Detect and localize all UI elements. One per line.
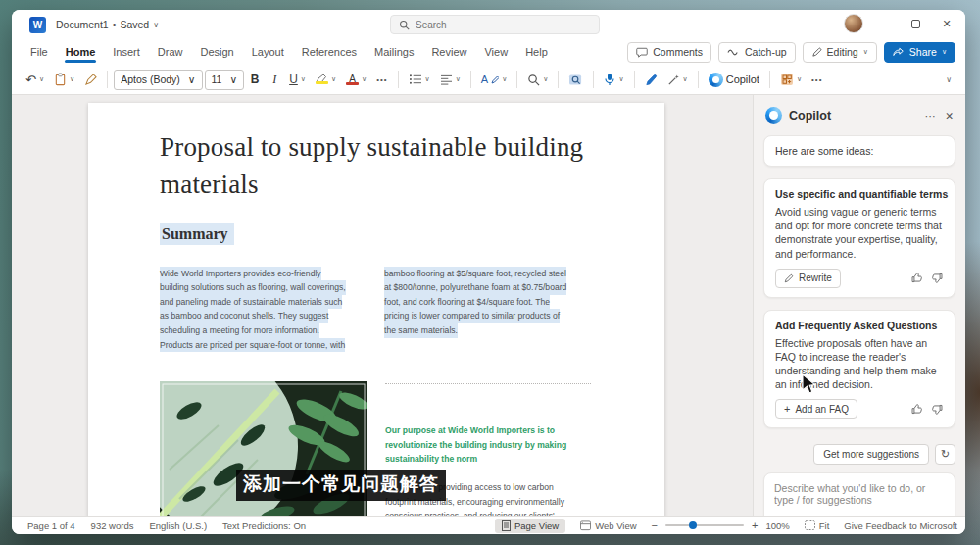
tab-home[interactable]: Home xyxy=(57,42,105,62)
zoom-out-button[interactable]: − xyxy=(652,520,658,531)
font-name-select[interactable]: Aptos (Body)∨ xyxy=(114,70,202,90)
copilot-prompt-input[interactable] xyxy=(774,482,945,516)
styles-icon: A xyxy=(481,74,488,85)
collapse-ribbon-button[interactable]: ∨ xyxy=(946,75,956,84)
doc-line: building solutions such as flooring, wal… xyxy=(160,280,346,295)
editor-button[interactable] xyxy=(641,69,662,90)
align-button[interactable]: ∨ xyxy=(436,69,465,90)
chevron-down-icon: ∨ xyxy=(70,75,74,83)
chevron-down-icon: ∨ xyxy=(863,48,868,56)
zoom-in-button[interactable]: + xyxy=(752,520,758,531)
document-title-menu[interactable]: Document1 • Saved ∨ xyxy=(56,19,159,30)
font-color-button[interactable]: A ∨ xyxy=(342,69,370,90)
format-painter-button[interactable] xyxy=(80,69,101,90)
paste-button[interactable]: ∨ xyxy=(50,69,78,90)
ribbon-tabs: File Home Insert Draw Design Layout Refe… xyxy=(12,39,965,65)
zoom-level[interactable]: 100% xyxy=(765,520,789,531)
close-button[interactable]: ✕ xyxy=(936,14,957,33)
pen-icon xyxy=(811,47,822,58)
thumbs-down-icon[interactable] xyxy=(931,403,944,416)
quick-toolbar: ↶∨ ∨ Aptos (Body)∨ 11∨ B I U∨ ∨ A ∨ xyxy=(12,65,965,95)
page-count[interactable]: Page 1 of 4 xyxy=(20,520,83,531)
zoom-slider[interactable] xyxy=(665,524,744,526)
tab-references[interactable]: References xyxy=(293,42,366,62)
italic-button[interactable]: I xyxy=(266,69,283,90)
zoom-slider-handle[interactable] xyxy=(689,521,697,529)
thumbs-up-icon[interactable] xyxy=(910,403,923,416)
divider xyxy=(107,71,108,88)
share-button[interactable]: Share ∨ xyxy=(884,42,956,63)
doc-line: foot, and cork flooring at $4/square foo… xyxy=(384,295,550,310)
rewrite-label: Rewrite xyxy=(799,272,832,283)
divider xyxy=(516,71,517,88)
feedback-link[interactable]: Give Feedback to Microsoft xyxy=(844,520,957,531)
maximize-button[interactable] xyxy=(905,14,926,33)
editing-mode-button[interactable]: Editing ∨ xyxy=(803,42,877,63)
thumbs-down-icon[interactable] xyxy=(931,272,944,284)
tab-layout[interactable]: Layout xyxy=(243,42,293,62)
text-predictions-indicator[interactable]: Text Predictions: On xyxy=(215,520,314,531)
page-view-button[interactable]: Page View xyxy=(495,519,565,533)
bold-button[interactable]: B xyxy=(246,69,264,90)
tab-review[interactable]: Review xyxy=(422,42,475,62)
rewrite-button[interactable]: Rewrite xyxy=(775,269,841,288)
more-commands-button[interactable]: ••• xyxy=(808,69,826,90)
font-size-select[interactable]: 11∨ xyxy=(205,70,245,90)
autoformat-wand-button[interactable]: ∨ xyxy=(663,69,692,90)
copilot-panel: Copilot ⋯ ✕ Here are some ideas: Use spe… xyxy=(753,95,965,516)
catch-up-button[interactable]: Catch-up xyxy=(718,42,796,63)
addins-button[interactable]: ∨ xyxy=(776,69,806,90)
highlight-button[interactable]: ∨ xyxy=(312,69,340,90)
search-input[interactable] xyxy=(416,20,572,30)
underline-letter: U xyxy=(289,73,298,86)
dictate-button[interactable]: ∨ xyxy=(600,69,627,90)
panel-close-button[interactable]: ✕ xyxy=(945,110,954,122)
document-canvas: Proposal to supply sustainable building … xyxy=(12,95,753,516)
doc-line: bamboo flooring at $5/square foot, recyc… xyxy=(384,267,566,281)
web-view-button[interactable]: Web View xyxy=(573,519,643,533)
fit-button[interactable]: Fit xyxy=(798,519,837,533)
copilot-button[interactable]: Copilot xyxy=(705,69,763,90)
tab-insert[interactable]: Insert xyxy=(104,42,149,62)
text-column-left: Wide World Importers provides eco-friend… xyxy=(160,267,367,353)
tab-file[interactable]: File xyxy=(22,42,57,62)
comments-button[interactable]: Comments xyxy=(627,42,711,63)
get-more-suggestions-button[interactable]: Get more suggestions xyxy=(813,444,929,465)
tab-view[interactable]: View xyxy=(475,42,516,62)
document-page[interactable]: Proposal to supply sustainable building … xyxy=(88,103,664,516)
card-body: Avoid using vague or generic terms and o… xyxy=(775,205,944,261)
bullet-list-button[interactable]: ∨ xyxy=(405,69,434,90)
divider xyxy=(593,71,594,88)
tab-mailings[interactable]: Mailings xyxy=(366,42,422,62)
addins-grid-icon xyxy=(780,73,794,86)
share-label: Share xyxy=(909,46,937,58)
find-replace-button[interactable] xyxy=(564,69,587,90)
minimize-button[interactable]: — xyxy=(873,14,895,33)
thumbs-up-icon[interactable] xyxy=(910,272,923,284)
panel-more-button[interactable]: ⋯ xyxy=(925,110,936,122)
summary-heading: Summary xyxy=(160,225,591,243)
search-bar[interactable] xyxy=(390,15,600,34)
language-indicator[interactable]: English (U.S.) xyxy=(141,520,215,531)
tab-design[interactable]: Design xyxy=(191,42,242,62)
tab-draw[interactable]: Draw xyxy=(149,42,192,62)
add-faq-button[interactable]: + Add an FAQ xyxy=(775,399,858,419)
dotted-divider xyxy=(385,383,591,384)
undo-button[interactable]: ↶∨ xyxy=(22,69,48,90)
microphone-icon xyxy=(604,73,615,86)
refresh-suggestions-button[interactable]: ↻ xyxy=(935,444,956,465)
underline-button[interactable]: U∨ xyxy=(285,69,310,90)
divider xyxy=(558,71,559,88)
chevron-down-icon: ∨ xyxy=(502,75,507,83)
find-button[interactable]: ∨ xyxy=(523,69,552,90)
styles-button[interactable]: A ∨ xyxy=(477,69,511,90)
tab-help[interactable]: Help xyxy=(516,42,557,62)
doc-line: at $800/tonne, polyurethane foam at $0.7… xyxy=(384,280,566,295)
more-formatting-button[interactable]: ••• xyxy=(372,69,391,90)
user-avatar[interactable] xyxy=(844,14,863,33)
title-bar: W Document1 • Saved ∨ — ✕ xyxy=(12,10,965,39)
word-count[interactable]: 932 words xyxy=(83,520,142,531)
align-icon xyxy=(440,74,453,85)
suggestion-card-faq: Add Frequently Asked Questions Effective… xyxy=(763,310,956,429)
undo-icon: ↶ xyxy=(25,73,36,87)
